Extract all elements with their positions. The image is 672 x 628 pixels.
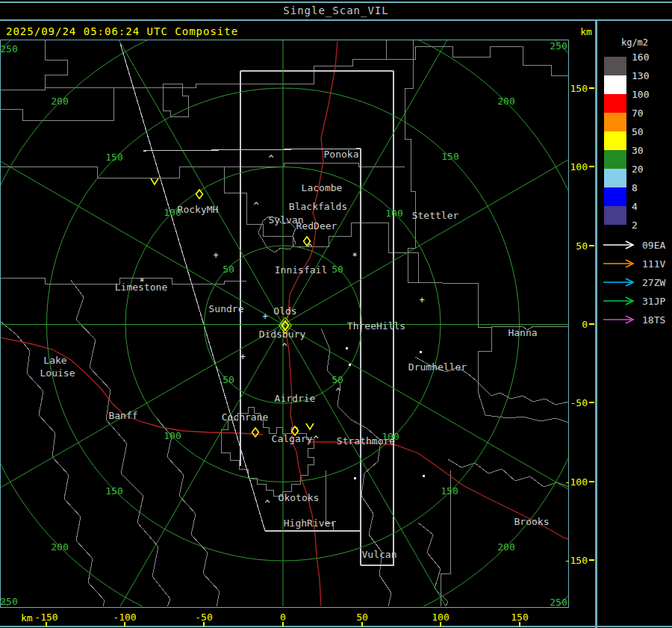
radar-pointer-row <box>602 239 639 251</box>
bottom-axis-tick-label: 50 <box>356 612 368 623</box>
radar-id-label: 27ZW <box>642 277 665 288</box>
radar-pointer-row <box>602 314 639 326</box>
scale-value-label: 2 <box>632 220 638 231</box>
scale-value-label: 20 <box>632 164 644 175</box>
radar-pointer-row <box>602 258 639 270</box>
radar-pointer-row <box>602 276 639 288</box>
scale-value-label: 130 <box>632 70 649 81</box>
radar-id-label: 111V <box>642 258 665 270</box>
bottom-axis-tick <box>46 622 47 627</box>
bottom-axis-unit-label: km <box>21 612 33 624</box>
radar-pointer-arrow-icon <box>602 314 639 326</box>
radar-id-label: 18TS <box>642 314 665 326</box>
scale-color-swatch <box>604 169 626 187</box>
scale-value-label: 8 <box>632 182 638 193</box>
radar-pointer-row <box>602 295 639 307</box>
map-frame <box>0 40 569 608</box>
scale-value-label: 30 <box>632 145 644 156</box>
right-axis-tick <box>589 323 594 325</box>
right-axis-tick-label: -50 <box>556 397 588 408</box>
bottom-border-line <box>0 626 672 627</box>
scale-value-label: 100 <box>632 89 649 100</box>
scale-color-swatch <box>604 75 626 94</box>
scale-value-label: 70 <box>632 108 644 119</box>
right-axis-tick-label: -100 <box>556 476 588 488</box>
right-axis-tick-label: 100 <box>556 161 588 172</box>
scale-color-swatch <box>604 57 626 75</box>
scale-value-label: 160 <box>632 52 649 63</box>
bottom-axis-tick <box>203 622 205 627</box>
bottom-axis-tick-label: -50 <box>195 612 212 623</box>
right-axis-tick <box>589 87 594 89</box>
right-axis-tick-label: 0 <box>556 319 588 330</box>
bottom-axis-tick-label: -100 <box>113 612 136 623</box>
bottom-axis-tick <box>282 622 284 627</box>
right-axis-tick <box>589 481 594 482</box>
bottom-axis-tick <box>519 622 520 627</box>
scale-color-swatch <box>604 94 626 113</box>
radar-viewer-window: Single_Scan_VIL 2025/09/24 05:06:24 UTC … <box>0 0 672 628</box>
scale-value-label: 4 <box>632 201 638 212</box>
scale-color-swatch <box>604 206 626 225</box>
radar-id-label: 31JP <box>642 296 665 307</box>
scale-color-swatch <box>604 150 626 169</box>
right-axis-unit-label: km <box>575 26 597 37</box>
bottom-axis-tick-label: 0 <box>280 612 286 623</box>
scale-color-swatch <box>604 187 626 206</box>
right-axis-tick <box>589 402 594 403</box>
bottom-axis-tick-label: 100 <box>432 612 449 623</box>
bottom-axis-tick <box>440 622 441 627</box>
radar-pointer-arrow-icon <box>602 276 639 288</box>
right-axis-tick <box>589 245 594 246</box>
radar-id-label: 09EA <box>642 240 665 251</box>
scale-value-label: 50 <box>632 126 644 137</box>
scale-unit-label: kg/m2 <box>597 37 672 48</box>
right-axis-tick-label: -150 <box>556 555 588 566</box>
bottom-axis-tick <box>124 622 125 627</box>
right-axis-tick <box>589 559 594 561</box>
radar-pointer-arrow-icon <box>602 239 639 251</box>
radar-pointer-arrow-icon <box>602 258 639 270</box>
bottom-axis-tick-label: 150 <box>511 612 528 623</box>
right-axis-tick-label: 150 <box>556 83 588 94</box>
bottom-axis-tick <box>361 622 363 627</box>
right-axis-tick-label: 50 <box>556 240 588 252</box>
sidebar-divider-line <box>595 21 597 628</box>
right-axis-tick <box>589 166 594 167</box>
scale-color-swatch <box>604 113 626 131</box>
scale-color-swatch <box>604 131 626 150</box>
radar-pointer-arrow-icon <box>602 295 639 307</box>
bottom-axis-tick-label: -150 <box>34 612 57 623</box>
